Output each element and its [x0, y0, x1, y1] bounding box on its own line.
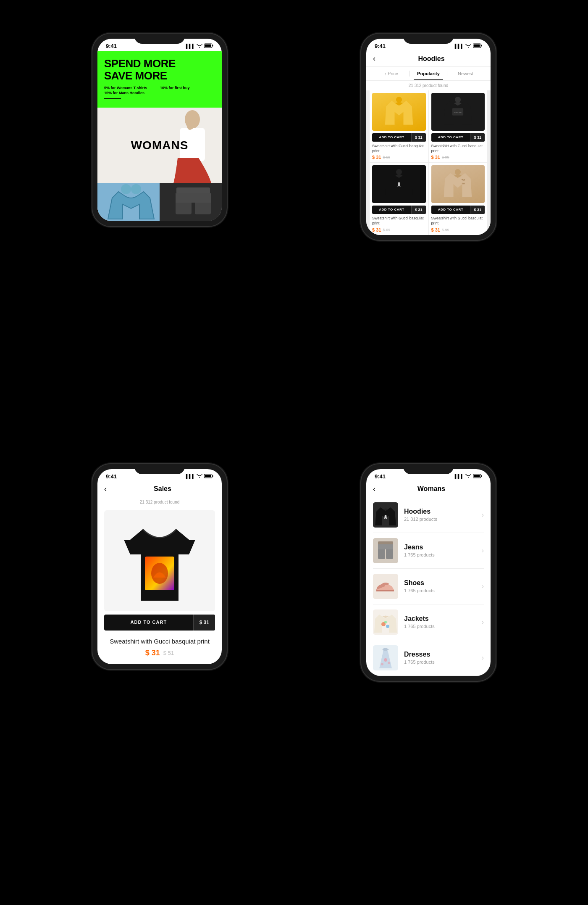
category-name-dresses: Dresses: [404, 651, 476, 658]
category-row-dresses[interactable]: Dresses 1 765 products ›: [373, 640, 484, 676]
svg-text:LAVF: LAVF: [396, 117, 402, 120]
svg-point-9: [121, 184, 131, 194]
signal-icon-2: ▌▌▌: [455, 44, 464, 48]
product-detail-image: [104, 510, 215, 611]
category-row-jackets[interactable]: Jackets 1 765 products ›: [373, 604, 484, 640]
dresses-thumb-svg: [373, 645, 398, 670]
detail-orig-price: $ 51: [163, 650, 174, 656]
status-icons-1: ▌▌▌: [186, 43, 213, 49]
product-price-row-1: $ 31 $ 69: [372, 155, 426, 160]
product-image-2: TEXT ART: [431, 93, 485, 131]
product-price-row-4: $ 31 $ 99: [431, 227, 485, 232]
add-button-3[interactable]: ADD TO CART: [372, 206, 411, 214]
signal-icon-3: ▌▌▌: [186, 474, 195, 479]
svg-point-19: [396, 97, 402, 103]
category-thumbs: [97, 183, 222, 221]
phone-shell-1: 9:41 ▌▌▌ SPEND MORE SAVE MORE: [92, 34, 227, 226]
hoodie-black-svg: TEXT ART: [443, 95, 472, 129]
add-to-cart-bar-4[interactable]: ADD TO CART $ 31: [431, 206, 485, 214]
status-icons-4: ▌▌▌: [455, 474, 482, 479]
price-badge-2: $ 31: [470, 133, 485, 142]
back-button-categories[interactable]: ‹: [373, 485, 379, 493]
svg-rect-17: [481, 45, 482, 47]
product-orig-price-4: $ 99: [442, 228, 449, 232]
sort-bar: ↑ Price Popularity Newest: [366, 67, 491, 81]
status-time-1: 9:41: [106, 43, 117, 49]
category-list: Hoodies 21 312 products ›: [366, 497, 491, 676]
jeans-image: [160, 183, 222, 221]
category-count-jeans: 1 765 products: [404, 552, 476, 557]
add-button-4[interactable]: ADD TO CART: [431, 206, 470, 214]
product-count-detail: 21 312 product found: [97, 497, 222, 507]
product-cell-3[interactable]: ADD TO CART $ 31 Sweatshirt with Gucci b…: [370, 163, 428, 235]
category-thumb-dresses: [373, 645, 398, 670]
category-thumb-jackets: [373, 609, 398, 635]
svg-rect-18: [474, 45, 480, 47]
price-badge-3: $ 31: [411, 206, 426, 214]
cat-thumb-jeans[interactable]: [160, 183, 222, 221]
product-name-4: Sweatshirt with Gucci basquiat print: [431, 216, 485, 226]
product-price-row-2: $ 31 $ 99: [431, 155, 485, 160]
product-cell-4[interactable]: 中文 字体 ADD TO CART $ 31 Sweatshirt with G…: [429, 163, 488, 235]
add-to-cart-bar-2[interactable]: ADD TO CART $ 31: [431, 133, 485, 142]
category-row-hoodies[interactable]: Hoodies 21 312 products ›: [373, 497, 484, 533]
product-name-3: Sweatshirt with Gucci basquiat print: [372, 216, 426, 226]
category-info-jackets: Jackets 1 765 products: [404, 615, 476, 629]
status-time-2: 9:41: [375, 43, 386, 49]
womans-hero[interactable]: WOMANS: [97, 108, 222, 183]
category-row-jeans[interactable]: Jeans 1 765 products ›: [373, 533, 484, 569]
category-count-dresses: 1 765 products: [404, 660, 476, 665]
category-arrow-jeans: ›: [482, 547, 484, 554]
listing-title: Hoodies: [379, 55, 484, 63]
womans-hero-label: WOMANS: [131, 139, 189, 152]
svg-point-48: [384, 621, 387, 623]
svg-text:TEXT ART: TEXT ART: [454, 111, 462, 113]
detail-sale-price: $ 31: [145, 649, 160, 657]
sort-price[interactable]: ↑ Price: [373, 70, 410, 77]
category-count-jackets: 1 765 products: [404, 624, 476, 629]
product-cell-1[interactable]: LAVF ADD TO CART $ 31 Sweatshirt with Gu…: [370, 90, 428, 162]
back-button-listing[interactable]: ‹: [373, 54, 379, 63]
svg-point-47: [386, 625, 389, 628]
hoodies-thumb-svg: [373, 502, 398, 528]
price-badge-1: $ 31: [411, 133, 426, 142]
add-to-cart-bar-1[interactable]: ADD TO CART $ 31: [372, 133, 426, 142]
add-button-2[interactable]: ADD TO CART: [431, 133, 470, 142]
app-header-listing: ‹ Hoodies: [366, 51, 491, 67]
product-sale-price-1: $ 31: [372, 155, 381, 160]
product-orig-price-3: $ 69: [383, 228, 390, 232]
category-info-shoes: Shoes 1 765 products: [404, 579, 476, 593]
product-orig-price-2: $ 99: [442, 155, 449, 159]
cat-thumb-jacket[interactable]: [97, 183, 160, 221]
detail-price-row: $ 31 $ 51: [97, 647, 222, 664]
sort-popularity[interactable]: Popularity: [410, 70, 446, 77]
detail-title: Sales: [110, 485, 215, 493]
svg-rect-42: [378, 544, 393, 549]
back-button-detail[interactable]: ‹: [104, 485, 110, 493]
category-info-dresses: Dresses 1 765 products: [404, 651, 476, 665]
sort-newest[interactable]: Newest: [447, 70, 484, 77]
add-button-1[interactable]: ADD TO CART: [372, 133, 411, 142]
shoes-thumb-svg: [373, 574, 398, 599]
jacket-image: [97, 183, 160, 221]
promo-banner: SPEND MORE SAVE MORE 5% for Womans T-shi…: [97, 51, 222, 108]
product-cell-2[interactable]: TEXT ART ADD TO CART $ 31 Sweatshirt wit…: [429, 90, 488, 162]
tshirt-svg: [118, 517, 202, 605]
svg-text:字体: 字体: [462, 182, 465, 185]
product-name-2: Sweatshirt with Gucci basquiat print: [431, 144, 485, 153]
battery-icon-4: [473, 474, 482, 479]
phone-shell-2: 9:41 ▌▌▌ ‹ Hoodies ↑: [361, 34, 496, 240]
detail-add-cart-bar[interactable]: ADD TO CART $ 31: [104, 615, 215, 631]
detail-add-button[interactable]: ADD TO CART: [104, 615, 193, 631]
category-row-shoes[interactable]: Shoes 1 765 products ›: [373, 569, 484, 604]
product-count-listing: 21 312 product found: [366, 81, 491, 90]
category-info-jeans: Jeans 1 765 products: [404, 544, 476, 557]
svg-rect-1: [213, 45, 213, 47]
category-arrow-jackets: ›: [482, 618, 484, 626]
notch-2: [403, 34, 454, 44]
svg-point-51: [381, 663, 383, 665]
add-to-cart-bar-3[interactable]: ADD TO CART $ 31: [372, 206, 426, 214]
wifi-icon-4: [465, 474, 471, 479]
battery-icon-3: [204, 474, 213, 479]
category-arrow-hoodies: ›: [482, 511, 484, 519]
